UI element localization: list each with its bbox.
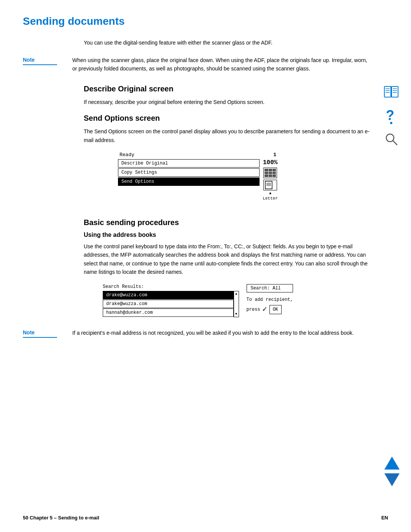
ok-row: press ✓ OK (247, 304, 293, 315)
panel-right: 100% (263, 159, 278, 201)
section1-title: Describe Original screen (84, 85, 373, 93)
book-icon (383, 84, 400, 101)
search-left: Search Results: drake@wuzza.com drake@wu… (103, 284, 239, 317)
search-label: Search Results: (103, 284, 239, 289)
section2-title: Send Options screen (84, 114, 373, 123)
panel-number: 1 (273, 152, 276, 158)
panel-buttons: Describe Original Copy Settings Send Opt… (118, 159, 260, 201)
panel-btn-copy: Copy Settings (118, 168, 260, 177)
svg-rect-14 (265, 181, 272, 189)
note-block-2: Note If a recipient's e-mail address is … (23, 329, 373, 338)
panel-letter: Letter (263, 196, 278, 201)
section2-text: The Send Options screen on the control p… (84, 127, 373, 144)
svg-rect-1 (392, 86, 398, 97)
search-items: drake@wuzza.com drake@wuzza.com hannah@d… (103, 291, 234, 317)
footer-left: 50 Chapter 5 – Sending to e-mail (23, 515, 99, 521)
subsection1-text: Use the control panel keyboard to type d… (84, 242, 373, 276)
search-mockup: Search Results: drake@wuzza.com drake@wu… (103, 284, 293, 317)
panel-row-top: Ready 1 (118, 152, 278, 158)
page-title: Sending documents (23, 15, 373, 27)
search-result-with-scroll: drake@wuzza.com drake@wuzza.com hannah@d… (103, 291, 239, 317)
svg-point-11 (390, 122, 392, 124)
search-item-2: drake@wuzza.com (103, 300, 234, 308)
checkmark-icon: ✓ (263, 304, 267, 315)
search-icon (383, 131, 400, 148)
search-item-1: drake@wuzza.com (103, 291, 234, 299)
section3-title: Basic sending procedures (84, 218, 373, 227)
sidebar-icons-top: ? (383, 84, 400, 148)
search-right: Search: All To add recipient, press ✓ OK (247, 284, 293, 317)
panel-paper-icon (263, 180, 277, 190)
svg-line-13 (393, 141, 397, 145)
add-recipient-text: To add recipient, press ✓ OK (247, 296, 293, 315)
panel-btn-describe: Describe Original (118, 159, 260, 168)
section1-text: If necessary, describe your original bef… (84, 98, 373, 106)
svg-text:?: ? (386, 107, 394, 123)
svg-point-12 (386, 134, 394, 142)
sidebar-icons-bottom (384, 457, 400, 486)
question-icon: ? (383, 107, 400, 124)
control-panel-mockup: Ready 1 Describe Original Copy Settings … (118, 152, 278, 201)
ok-btn: OK (269, 305, 282, 314)
panel-arrow-up: ▲ (269, 191, 271, 195)
main-content: Sending documents You can use the digita… (23, 15, 373, 338)
note-label-2: Note (23, 329, 72, 338)
scroll-arrow-down: ▼ (235, 312, 237, 316)
panel-percent: 100% (263, 159, 277, 166)
scroll-arrow-up: ▲ (235, 292, 237, 296)
panel-ready-text: Ready (119, 152, 134, 158)
panel-btn-send: Send Options (118, 177, 260, 186)
search-item-3: hannah@dunker.com (103, 308, 234, 317)
arrow-up-icon (384, 457, 400, 470)
note-content-1: When using the scanner glass, place the … (72, 56, 373, 73)
panel-main: Describe Original Copy Settings Send Opt… (118, 159, 278, 201)
arrow-down-icon (384, 473, 400, 486)
subsection1-title: Using the address books (84, 232, 373, 238)
intro-text: You can use the digital-sending feature … (84, 39, 373, 47)
page-footer: 50 Chapter 5 – Sending to e-mail EN (23, 515, 388, 521)
page-container: ? Sending documents You can use the digi… (0, 0, 411, 532)
panel-grid-icon (263, 168, 277, 178)
note-block-1: Note When using the scanner glass, place… (23, 56, 373, 73)
svg-rect-0 (384, 86, 391, 97)
scroll-bar: ▲ ▼ (234, 291, 239, 317)
search-all-btn: Search: All (247, 284, 293, 292)
footer-right: EN (381, 515, 388, 521)
note-content-2: If a recipient's e-mail address is not r… (72, 329, 373, 338)
note-label-1: Note (23, 56, 72, 73)
